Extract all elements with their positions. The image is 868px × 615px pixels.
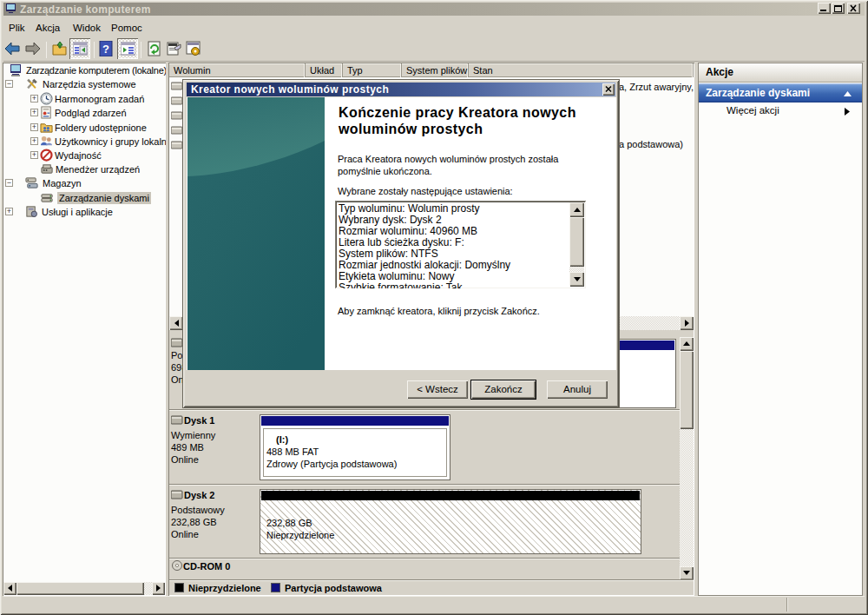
svg-text:?: ?: [102, 43, 109, 56]
